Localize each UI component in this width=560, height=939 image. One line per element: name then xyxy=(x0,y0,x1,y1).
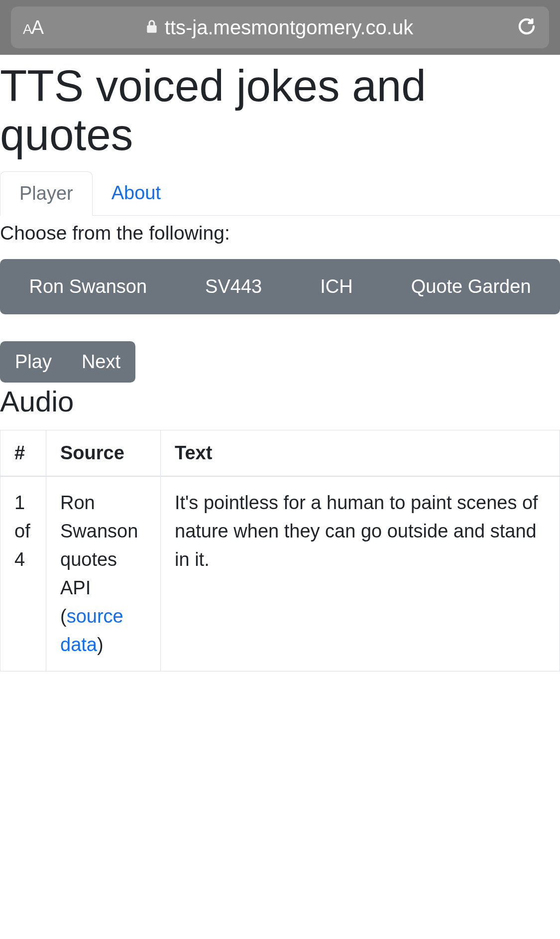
cell-source: Ron Swanson quotes API (source data) xyxy=(46,476,161,671)
audio-table: # Source Text 1 of 4 Ron Swanson quotes … xyxy=(0,430,560,671)
url-text: tts-ja.mesmontgomery.co.uk xyxy=(165,16,413,39)
tab-about[interactable]: About xyxy=(93,171,180,215)
header-num: # xyxy=(0,430,46,476)
source-button-quote-garden[interactable]: Quote Garden xyxy=(382,259,560,314)
page-title: TTS voiced jokes and quotes xyxy=(0,55,560,171)
play-button[interactable]: Play xyxy=(0,341,67,383)
tab-player[interactable]: Player xyxy=(0,171,93,216)
choose-label: Choose from the following: xyxy=(0,216,560,259)
header-source: Source xyxy=(46,430,161,476)
source-button-group: Ron Swanson SV443 ICH Quote Garden xyxy=(0,259,560,314)
tabs: Player About xyxy=(0,171,560,216)
source-button-ron-swanson[interactable]: Ron Swanson xyxy=(0,259,176,314)
browser-chrome: AA tts-ja.mesmontgomery.co.uk xyxy=(0,0,560,55)
text-size-icon[interactable]: AA xyxy=(23,17,43,38)
cell-text: It's pointless for a human to paint scen… xyxy=(161,476,560,671)
source-button-ich[interactable]: ICH xyxy=(291,259,382,314)
cell-num: 1 of 4 xyxy=(0,476,46,671)
table-header-row: # Source Text xyxy=(0,430,560,476)
table-row: 1 of 4 Ron Swanson quotes API (source da… xyxy=(0,476,560,671)
action-button-group: Play Next xyxy=(0,341,135,383)
next-button[interactable]: Next xyxy=(67,341,135,383)
source-data-link[interactable]: source data xyxy=(60,606,123,655)
source-button-sv443[interactable]: SV443 xyxy=(176,259,291,314)
audio-heading: Audio xyxy=(0,383,560,418)
address-bar[interactable]: AA tts-ja.mesmontgomery.co.uk xyxy=(11,6,549,48)
lock-icon xyxy=(146,19,159,36)
refresh-icon[interactable] xyxy=(516,16,537,39)
url-section: tts-ja.mesmontgomery.co.uk xyxy=(146,16,413,39)
header-text: Text xyxy=(161,430,560,476)
